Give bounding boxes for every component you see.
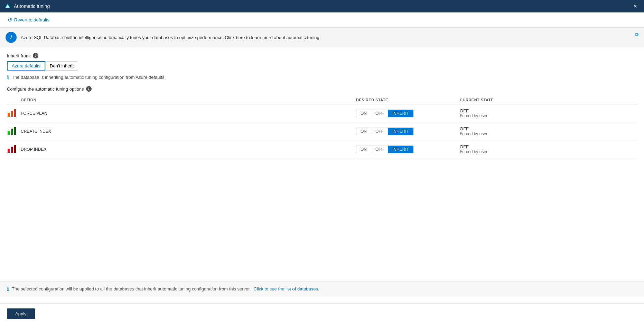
svg-rect-8	[11, 129, 13, 135]
state-btn-off-2[interactable]: OFF	[371, 146, 388, 153]
configure-section: Configure the automatic tuning options i…	[7, 86, 637, 158]
info-icon: i	[6, 32, 17, 43]
option-name: CREATE INDEX	[21, 129, 51, 134]
apply-button[interactable]: Apply	[7, 308, 35, 319]
option-icon	[7, 108, 17, 118]
inherit-label: Inherit from:	[7, 53, 31, 58]
configure-label-text: Configure the automatic tuning options	[7, 86, 84, 92]
configure-label: Configure the automatic tuning options i	[7, 86, 637, 92]
current-state-cell: OFF Forced by user	[460, 122, 637, 140]
info-banner: i Azure SQL Database built-in intelligen…	[0, 28, 644, 47]
col-icon	[7, 96, 21, 104]
inherit-info: ℹ The database is inheriting automatic t…	[7, 74, 637, 81]
title-bar: Automatic tuning ×	[0, 0, 644, 12]
current-state-cell: OFF Forced by user	[460, 140, 637, 158]
inherit-message: The database is inheriting automatic tun…	[12, 75, 166, 80]
inherit-section: Inherit from: i Azure defaults Don't inh…	[7, 53, 637, 81]
table-header-row: OPTION DESIRED STATE CURRENT STATE	[7, 96, 637, 104]
svg-rect-7	[8, 131, 10, 135]
window-title: Automatic tuning	[14, 3, 50, 9]
option-name-cell: FORCE PLAN	[21, 104, 356, 122]
state-btn-on-1[interactable]: ON	[356, 128, 371, 135]
state-button-group: ONOFFINHERIT	[356, 110, 457, 117]
revert-label: Revert to defaults	[14, 17, 49, 22]
revert-defaults-button[interactable]: ↺ Revert to defaults	[6, 15, 52, 25]
toolbar: ↺ Revert to defaults	[0, 12, 644, 28]
inherit-info-icon: ℹ	[7, 74, 9, 81]
state-btn-on-2[interactable]: ON	[356, 146, 371, 153]
footer-info: ℹ The selected configuration will be app…	[0, 281, 644, 296]
col-current-state: CURRENT STATE	[460, 96, 637, 104]
footer-actions: Apply	[0, 303, 644, 324]
current-state-cell: OFF Forced by user	[460, 104, 637, 122]
state-btn-off-0[interactable]: OFF	[371, 110, 388, 117]
external-link-icon[interactable]: ⧉	[635, 32, 638, 38]
state-btn-inherit-0[interactable]: INHERIT	[388, 110, 413, 117]
state-button-group: ONOFFINHERIT	[356, 146, 457, 153]
close-button[interactable]: ×	[631, 2, 640, 11]
info-banner-text: Azure SQL Database built-in intelligence…	[21, 35, 638, 40]
table-row: FORCE PLANONOFFINHERIT OFF Forced by use…	[7, 104, 637, 122]
col-option: OPTION	[21, 96, 356, 104]
configure-tooltip-icon[interactable]: i	[86, 86, 92, 92]
revert-icon: ↺	[8, 17, 12, 23]
option-icon	[7, 144, 17, 154]
svg-rect-5	[14, 109, 16, 117]
inherit-button-group: Azure defaults Don't inherit	[7, 61, 637, 71]
svg-rect-3	[8, 113, 10, 117]
svg-rect-13	[14, 145, 16, 153]
table-row: DROP INDEXONOFFINHERIT OFF Forced by use…	[7, 140, 637, 158]
state-btn-off-1[interactable]: OFF	[371, 128, 388, 135]
desired-state-cell: ONOFFINHERIT	[356, 104, 460, 122]
option-name-cell: CREATE INDEX	[21, 122, 356, 140]
state-btn-inherit-1[interactable]: INHERIT	[388, 128, 413, 135]
option-name: FORCE PLAN	[21, 111, 47, 116]
option-icon-cell	[7, 104, 21, 122]
dont-inherit-button[interactable]: Don't inherit	[45, 61, 78, 71]
desired-state-cell: ONOFFINHERIT	[356, 140, 460, 158]
current-state-note: Forced by user	[460, 113, 634, 118]
footer-message: The selected configuration will be appli…	[12, 286, 251, 291]
app-icon	[4, 3, 11, 10]
option-icon-cell	[7, 122, 21, 140]
azure-defaults-button[interactable]: Azure defaults	[7, 61, 45, 71]
option-name: DROP INDEX	[21, 147, 46, 152]
table-row: CREATE INDEXONOFFINHERIT OFF Forced by u…	[7, 122, 637, 140]
state-btn-on-0[interactable]: ON	[356, 110, 371, 117]
options-table: OPTION DESIRED STATE CURRENT STATE FORCE…	[7, 96, 637, 158]
option-icon	[7, 126, 17, 136]
footer-link[interactable]: Click to see the list of databases.	[254, 286, 319, 291]
state-btn-inherit-2[interactable]: INHERIT	[388, 146, 413, 153]
option-name-cell: DROP INDEX	[21, 140, 356, 158]
current-state-note: Forced by user	[460, 149, 634, 154]
svg-rect-9	[14, 127, 16, 135]
current-state-value: OFF	[460, 108, 634, 113]
current-state-note: Forced by user	[460, 131, 634, 136]
current-state-value: OFF	[460, 144, 634, 149]
current-state-value: OFF	[460, 126, 634, 131]
svg-rect-12	[11, 147, 13, 153]
option-icon-cell	[7, 140, 21, 158]
inherit-tooltip-icon[interactable]: i	[33, 53, 38, 58]
desired-state-cell: ONOFFINHERIT	[356, 122, 460, 140]
footer-info-icon: ℹ	[7, 286, 9, 292]
svg-rect-11	[8, 149, 10, 153]
main-content: Inherit from: i Azure defaults Don't inh…	[0, 47, 644, 164]
col-desired-state: DESIRED STATE	[356, 96, 460, 104]
state-button-group: ONOFFINHERIT	[356, 128, 457, 135]
svg-rect-4	[11, 111, 13, 117]
